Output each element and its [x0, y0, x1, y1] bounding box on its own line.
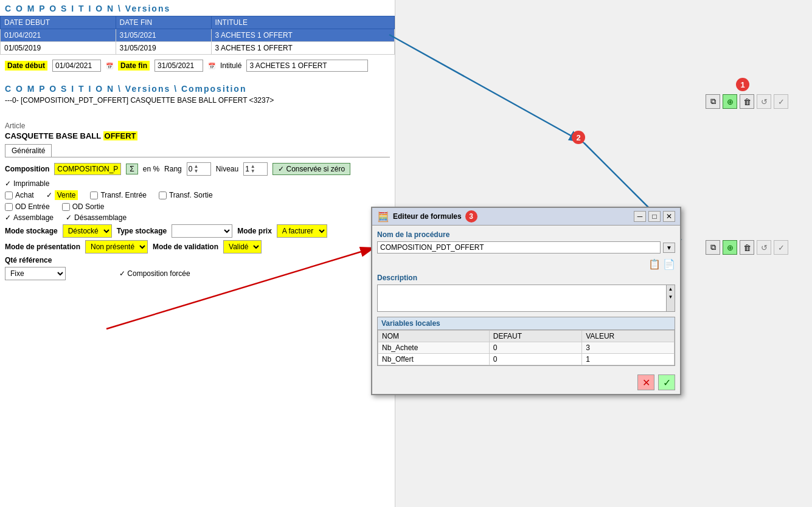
- tab-generalite[interactable]: Généralité: [5, 144, 52, 157]
- intitule-input[interactable]: [246, 60, 368, 72]
- sigma-button[interactable]: Σ: [126, 164, 137, 174]
- undo-button-top[interactable]: ↺: [757, 94, 771, 109]
- od-entree-checkbox[interactable]: [5, 203, 13, 211]
- undo-button-mid[interactable]: ↺: [757, 240, 771, 255]
- versions-title: C O M P O S I T I O N \ Versions: [0, 0, 395, 16]
- date-fin-input[interactable]: [154, 60, 203, 72]
- badge-2: 2: [572, 131, 585, 144]
- niveau-spinner[interactable]: 1 ▲ ▼: [243, 162, 268, 176]
- qte-ref-select-row: Fixe ✓ Composition forcée: [5, 267, 390, 280]
- scroll-up-arrow[interactable]: ▲: [667, 285, 675, 293]
- add-button-mid[interactable]: ⊕: [723, 240, 737, 255]
- mode-stockage-row: Mode stockage Déstocké Type stockage Mod…: [5, 224, 390, 238]
- cancel-button[interactable]: ✕: [637, 374, 654, 390]
- dialog-icons-row: 📋 📄: [377, 258, 675, 270]
- confirm-button-mid[interactable]: ✓: [774, 240, 788, 255]
- col-intitule: INTITULE: [211, 16, 394, 29]
- mode-presentation-label: Mode de présentation: [5, 243, 80, 251]
- table-row[interactable]: 01/05/2019 31/05/2019 3 ACHETES 1 OFFERT: [1, 42, 395, 55]
- option-transf-entree: Transf. Entrée: [90, 191, 147, 199]
- article-label: Article: [5, 122, 390, 130]
- transf-entree-checkbox[interactable]: [90, 191, 98, 199]
- var1-valeur: 3: [582, 342, 675, 354]
- vente-label: Vente: [55, 190, 78, 200]
- achat-label: Achat: [15, 191, 34, 199]
- doc-save-icon[interactable]: 📄: [663, 258, 675, 270]
- var1-nom: Nb_Achete: [378, 342, 490, 354]
- assemblage-check: ✓: [5, 213, 11, 222]
- niveau-label: Niveau: [216, 165, 238, 173]
- option-od-entree: OD Entrée: [5, 202, 50, 211]
- od-sortie-checkbox[interactable]: [62, 203, 70, 211]
- niveau-value: 1: [245, 165, 249, 173]
- table-row[interactable]: 01/04/2021 31/05/2021 3 ACHETES 1 OFFERT: [1, 29, 395, 42]
- qte-ref-select[interactable]: Fixe: [5, 267, 66, 280]
- ok-button[interactable]: ✓: [658, 374, 675, 390]
- row1-date-fin: 31/05/2021: [116, 29, 211, 42]
- versions-table: DATE DEBUT DATE FIN INTITULE 01/04/2021 …: [0, 16, 395, 55]
- var-row-1[interactable]: Nb_Achete 0 3: [378, 342, 675, 354]
- add-button-top[interactable]: ⊕: [723, 94, 737, 109]
- col-date-debut: DATE DEBUT: [1, 16, 116, 29]
- dialog-controls: ─ □ ✕: [634, 211, 675, 222]
- variables-header: Variables locales: [378, 317, 675, 330]
- var-row-2[interactable]: Nb_Offert 0 1: [378, 354, 675, 365]
- variables-section: Variables locales NOM DEFAUT VALEUR Nb_A…: [377, 317, 675, 366]
- description-area: ▲ ▼: [377, 285, 675, 312]
- imprimable-row: ✓ Imprimable: [5, 179, 390, 188]
- badge-1: 1: [736, 78, 749, 91]
- options-row-3: ✓ Assemblage ✓ Désassemblage: [5, 213, 390, 222]
- procedure-input-row: ▼: [377, 241, 675, 254]
- article-highlight-text: OFFERT: [103, 131, 137, 140]
- var-col-valeur: VALEUR: [582, 331, 675, 342]
- top-right-toolbar: ⧉ ⊕ 🗑 ↺ ✓: [706, 94, 788, 109]
- article-value: CASQUETTE BASE BALL OFFERT: [5, 131, 390, 140]
- delete-button-mid[interactable]: 🗑: [740, 240, 754, 255]
- procedure-dropdown[interactable]: ▼: [663, 243, 675, 253]
- desc-scrollbar[interactable]: ▲ ▼: [666, 285, 675, 311]
- date-debut-input[interactable]: 01/04/2021: [52, 60, 101, 72]
- conservee-label: ✓ Conservée si zéro: [278, 165, 345, 173]
- composition-forcee-label: ✓ Composition forcée: [119, 269, 190, 278]
- mode-validation-label: Mode de validation: [153, 243, 218, 251]
- dialog-maximize-button[interactable]: □: [648, 211, 661, 222]
- conservee-button[interactable]: ✓ Conservée si zéro: [272, 163, 350, 175]
- composition-item: ---0- [COMPOSITION_PDT_OFFERT] CASQUETTE…: [0, 95, 395, 106]
- tabs-bar: Généralité: [5, 144, 390, 157]
- var1-defaut: 0: [489, 342, 581, 354]
- mode-stockage-select[interactable]: Déstocké: [63, 224, 112, 238]
- dialog-title-left: 🧮 Editeur de formules 3: [377, 210, 477, 222]
- rang-down-arrow[interactable]: ▼: [193, 169, 198, 174]
- row1-date-debut: 01/04/2021: [1, 29, 116, 42]
- imprimable-label: Imprimable: [13, 179, 49, 188]
- confirm-button-top[interactable]: ✓: [774, 94, 788, 109]
- dialog-minimize-button[interactable]: ─: [634, 211, 646, 222]
- article-section: Article CASQUETTE BASE BALL OFFERT Génér…: [0, 118, 395, 286]
- mode-presentation-select[interactable]: Non présenté: [85, 240, 148, 254]
- scroll-down-arrow[interactable]: ▼: [667, 293, 675, 301]
- rang-label: Rang: [164, 165, 182, 173]
- dialog-close-button[interactable]: ✕: [663, 211, 675, 222]
- delete-button-top[interactable]: 🗑: [740, 94, 754, 109]
- rang-spinner[interactable]: 0 ▲ ▼: [187, 162, 211, 176]
- mode-prix-select[interactable]: A facturer: [277, 224, 327, 238]
- type-stockage-select[interactable]: [172, 224, 232, 238]
- var2-defaut: 0: [489, 354, 581, 365]
- option-vente: ✓ Vente: [46, 190, 78, 200]
- transf-sortie-checkbox[interactable]: [159, 191, 167, 199]
- copy-button-mid[interactable]: ⧉: [706, 240, 720, 255]
- options-row-2: OD Entrée OD Sortie: [5, 202, 390, 211]
- achat-checkbox[interactable]: [5, 191, 13, 199]
- assemblage-label: Assemblage: [13, 213, 54, 222]
- type-stockage-label: Type stockage: [117, 227, 167, 235]
- article-normal-text: CASQUETTE BASE BALL: [5, 131, 103, 140]
- doc-copy-icon[interactable]: 📋: [648, 258, 661, 270]
- calendar-icon-1[interactable]: 📅: [106, 63, 113, 69]
- mode-validation-select[interactable]: Validé: [223, 240, 262, 254]
- procedure-input[interactable]: [377, 241, 661, 254]
- calendar-icon-2[interactable]: 📅: [208, 63, 215, 69]
- copy-button-top[interactable]: ⧉: [706, 94, 720, 109]
- niveau-down-arrow[interactable]: ▼: [251, 169, 255, 174]
- composition-input[interactable]: [54, 163, 121, 175]
- dialog-body: Nom de la procédure ▼ 📋 📄 Description ▲ …: [372, 226, 680, 371]
